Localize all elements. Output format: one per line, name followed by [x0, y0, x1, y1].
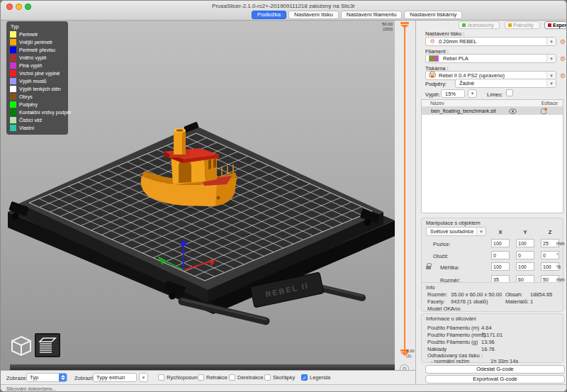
scale-x-input[interactable]	[491, 262, 510, 271]
manifold-label: Model OK:	[427, 306, 452, 312]
edit-object-icon[interactable]	[541, 108, 547, 114]
legend-color-swatch	[10, 78, 16, 84]
send-gcode-button[interactable]: Odeslat G-code	[425, 365, 565, 374]
z-column-header: Z	[541, 229, 559, 235]
layer-slider-max-label: 50.00 (250)	[382, 22, 393, 32]
status-text: Slicování dokončeno...	[6, 386, 56, 391]
size-value: 35.00 x 60.00 x 50.00	[451, 291, 502, 298]
3d-view-button[interactable]	[11, 335, 32, 359]
filament-combo[interactable]: Rebel PLA ▾	[425, 54, 556, 63]
legend-item: Vlastní	[10, 124, 68, 132]
dropdown-arrow-icon[interactable]: ▾	[546, 55, 556, 62]
filament-settings-edit-button[interactable]: ⚙	[558, 55, 567, 62]
legend-checkbox[interactable]: ✓ Legenda	[301, 374, 330, 381]
preview-layers-button[interactable]	[35, 333, 60, 357]
tab-plater[interactable]: Podložka	[252, 11, 286, 19]
show-label: Zobrazit	[74, 375, 94, 381]
volume-value: 18854.65	[530, 291, 552, 298]
legend-item: Výplň tenkých stěn	[10, 85, 68, 93]
print-profile-gear-icon: ⚙	[426, 39, 439, 45]
supports-combo[interactable]: Žádné ▾	[455, 79, 556, 88]
mode-simple-icon	[462, 23, 466, 27]
rotate-x-input[interactable]	[491, 251, 510, 259]
y-column-header: Y	[516, 229, 534, 235]
brim-checkbox[interactable]	[506, 89, 513, 96]
legend-item: Perimetr převisu	[10, 46, 68, 54]
materials-label: Materiálů:	[505, 298, 529, 305]
coordinate-space-combo[interactable]: Světové souřadnice ▾	[426, 227, 486, 236]
retractions-checkbox[interactable]: Retrakce	[198, 374, 228, 381]
manifold-value: Ano	[451, 306, 460, 312]
edit-column-header: Editace	[541, 101, 558, 106]
tab-print-settings[interactable]: Nastavení tisku	[288, 11, 339, 19]
tab-filament-settings[interactable]: Nastavení filamentu	[341, 11, 403, 19]
preview-toolbar: Zobrazení Typ Zobrazit Typy extruzí ▾ Ry…	[1, 370, 415, 384]
object-name: ben_floating_benchmark.stl	[431, 108, 496, 114]
scale-row: Měřítka: %	[422, 262, 563, 271]
position-row: Pozice: mm	[422, 239, 563, 248]
print-settings-edit-button[interactable]: ⚙	[558, 38, 567, 45]
print-settings-combo[interactable]: ⚙ 0.20mm REBEL ▾	[425, 37, 556, 46]
legend-color-swatch	[10, 86, 16, 92]
mode-expert-button[interactable]: Expert	[544, 21, 567, 29]
legend-color-swatch	[10, 62, 16, 69]
retractions-checkbox-box[interactable]	[198, 374, 204, 381]
window-title: PrusaSlicer-2.1.0-rc2+-201909111218 zalo…	[1, 3, 566, 9]
dropdown-arrow-icon[interactable]: ▾	[546, 79, 556, 87]
legend-color-swatch	[10, 101, 16, 108]
legend-checkbox-box[interactable]: ✓	[301, 374, 308, 381]
main-tab-bar: Podložka Nastavení tisku Nastavení filam…	[252, 11, 462, 19]
brim-label: Límec:	[487, 91, 503, 98]
position-y-input[interactable]	[516, 239, 534, 247]
uniform-scale-lock-icon[interactable]	[426, 266, 431, 269]
export-gcode-button[interactable]: Exportovat G-code	[425, 375, 565, 383]
legend-item: Vrchní plné výplně	[10, 69, 68, 77]
supports-label: Podpěry:	[425, 81, 447, 87]
legend-item: Výplň mostů	[10, 77, 68, 85]
legend-item: Obrys	[10, 93, 68, 101]
travel-checkbox-box[interactable]	[158, 374, 164, 381]
layer-slider-upper-handle-arrow[interactable]	[400, 25, 409, 28]
position-x-input[interactable]	[491, 239, 510, 247]
rotate-y-input[interactable]	[516, 251, 534, 259]
title-bar: PrusaSlicer-2.1.0-rc2+-201909111218 zalo…	[1, 1, 566, 21]
infill-combo[interactable]: 15%	[441, 89, 465, 98]
object-row[interactable]: ben_floating_benchmark.stl	[422, 107, 563, 115]
infill-dropdown-button[interactable]: ▾	[468, 89, 477, 98]
mode-expert-icon	[548, 23, 551, 27]
3d-viewport[interactable]: REBEL II Typ Perimetr Vnější perimetr Pe…	[1, 21, 395, 370]
legend-color-swatch	[10, 117, 16, 123]
shells-checkbox-box[interactable]	[264, 374, 271, 381]
layer-slider-min-label: 0.20 (1)	[406, 349, 415, 359]
select-stepper-icon[interactable]	[59, 374, 67, 381]
extrusion-type-legend: Typ Perimetr Vnější perimetr Perimetr př…	[6, 21, 68, 135]
layer-slider-track[interactable]	[404, 26, 405, 354]
printer-settings-edit-button[interactable]: ⚙	[558, 72, 567, 79]
layer-slider-upper-handle[interactable]	[400, 22, 409, 24]
dropdown-arrow-icon[interactable]: ▾	[546, 38, 556, 45]
show-features-combo[interactable]: Typy extruzí	[93, 373, 137, 382]
sliced-info-title: Informace o slicování	[426, 315, 476, 322]
shells-checkbox[interactable]: Skořápky	[264, 374, 295, 381]
size-label: Rozměr:	[427, 291, 447, 298]
app-window: PrusaSlicer-2.1.0-rc2+-201909111218 zalo…	[0, 0, 567, 392]
view-mode-select[interactable]: Typ	[26, 373, 67, 382]
legend-item: Vnitřní výplň	[10, 54, 68, 62]
infill-label: Výplň:	[425, 91, 440, 98]
show-features-dropdown-button[interactable]: ▾	[139, 373, 148, 382]
printer-icon	[426, 72, 439, 79]
scale-y-input[interactable]	[516, 262, 534, 271]
legend-color-swatch	[10, 47, 16, 53]
unretractions-checkbox-box[interactable]	[229, 374, 235, 381]
mode-advanced-button[interactable]: Pokročilý	[505, 21, 540, 29]
filament-color-swatch	[429, 55, 439, 62]
object-list[interactable]: Název Editace ben_floating_benchmark.stl	[421, 99, 563, 213]
dropdown-arrow-icon[interactable]: ▾	[476, 228, 485, 235]
legend-color-swatch	[10, 31, 16, 38]
visibility-eye-icon[interactable]	[509, 108, 517, 114]
tab-printer-settings[interactable]: Nastavení tiskárny	[404, 11, 462, 19]
mode-simple-button[interactable]: Jednoduchý	[459, 21, 500, 29]
unretractions-checkbox[interactable]: Deretrakce	[229, 374, 264, 381]
travel-checkbox[interactable]: Rychloposun	[158, 374, 197, 381]
legend-item: Kontaktní vrstvy podpěr	[10, 108, 68, 116]
